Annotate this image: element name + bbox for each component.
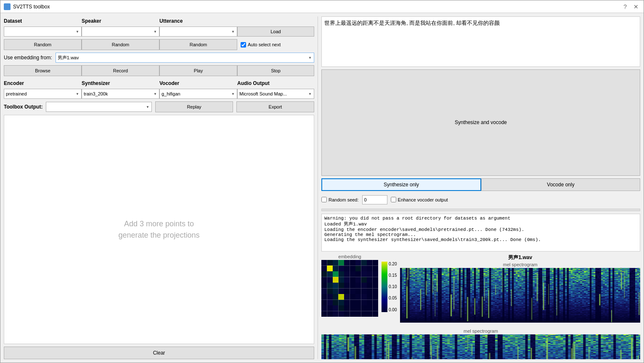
vocoder-label: Vocoder	[159, 80, 237, 86]
colorbar-labels: 0.20 0.15 0.10 0.05 0.00	[387, 262, 397, 312]
main-content: Dataset Speaker Utterance	[0, 13, 644, 363]
colorbar-label-2: 0.10	[389, 284, 397, 289]
embed-combo-wrapper: 男声1.wav	[56, 53, 314, 63]
app-icon	[4, 3, 11, 10]
speaker-filename: 男声1.wav	[400, 254, 640, 261]
embed-from-label: Use embedding from:	[4, 55, 52, 61]
seed-input[interactable]	[362, 195, 387, 204]
embedding-section: embedding	[321, 254, 378, 317]
replay-button[interactable]: Replay	[155, 101, 233, 112]
action-row: Browse Record Play Stop	[4, 65, 314, 76]
colorbar-gradient	[382, 262, 387, 312]
close-button[interactable]: ✕	[632, 3, 640, 10]
colorbar-label-3: 0.05	[389, 296, 397, 300]
audio-output-label: Audio Output	[237, 80, 314, 86]
load-button[interactable]: Load	[237, 26, 314, 37]
toolbox-output-row: Toolbox Output: Replay Export	[4, 101, 314, 112]
embedding-title: embedding	[338, 254, 361, 259]
enhance-checkbox[interactable]	[391, 197, 396, 202]
selectors-area: Dataset Speaker Utterance	[4, 16, 314, 37]
projection-text: Add 3 more points togenerate the project…	[118, 218, 199, 241]
dataset-select[interactable]	[4, 26, 82, 37]
random-seed-checkbox[interactable]	[321, 197, 327, 202]
text-input[interactable]: 世界上最遥远的距离不是天涯海角, 而是我站在你面前, 却看不见你的容颜	[321, 16, 640, 67]
random-seed-label: Random seed:	[329, 197, 359, 202]
encoder-label: Encoder	[4, 80, 82, 86]
synthesizer-label: Synthesizer	[82, 80, 159, 86]
dataset-label: Dataset	[4, 16, 82, 25]
model-selects-row: pretrained train3_200k g_hifigan Microso…	[4, 89, 314, 99]
load-group: X Load	[237, 16, 314, 37]
colorbar-label-4: 0.00	[389, 307, 397, 312]
dataset-group: Dataset	[4, 16, 82, 37]
speaker-group: Speaker	[82, 16, 159, 37]
toolbox-output-label: Toolbox Output:	[4, 104, 42, 110]
spectrogram-2-section: mel spectrogram	[321, 329, 640, 360]
utterance-group: Utterance	[159, 16, 237, 37]
model-labels-row: Encoder Synthesizer Vocoder Audio Output	[4, 80, 314, 86]
record-button[interactable]: Record	[82, 65, 159, 76]
log-area: Warning: you did not pass a root directo…	[321, 214, 640, 252]
main-window: SV2TTS toolbox ? ✕ Dataset Speaker	[0, 0, 644, 363]
embed-row: Use embedding from: 男声1.wav	[4, 53, 314, 63]
browse-button[interactable]: Browse	[4, 65, 82, 76]
mel-spectrogram-1	[400, 268, 640, 323]
colorbar-label-0: 0.20	[389, 262, 397, 266]
spectrogram-1-section: 男声1.wav mel spectrogram	[400, 254, 640, 323]
enhance-label: Enhance vocoder output	[398, 197, 448, 202]
auto-select-checkbox[interactable]	[241, 42, 246, 48]
right-panel: 世界上最遥远的距离不是天涯海角, 而是我站在你面前, 却看不见你的容颜 Synt…	[321, 16, 640, 359]
vocoder-select[interactable]: g_hifigan	[159, 89, 237, 99]
encoder-select[interactable]: pretrained	[4, 89, 82, 99]
enhance-area: Enhance vocoder output	[391, 197, 448, 202]
progress-bar	[321, 209, 640, 211]
vocode-only-button[interactable]: Vocode only	[481, 178, 640, 191]
clear-button[interactable]: Clear	[4, 347, 314, 359]
random-row: Random Random Random Auto select next	[4, 39, 314, 50]
stop-button[interactable]: Stop	[237, 65, 314, 76]
left-panel: Dataset Speaker Utterance	[4, 16, 314, 359]
synth-vocode-row: Synthesize only Vocode only	[321, 178, 640, 191]
toolbox-output-select[interactable]	[46, 102, 152, 112]
utterance-select[interactable]	[159, 26, 237, 37]
auto-select-label: Auto select next	[248, 42, 281, 47]
synthesizer-select[interactable]: train3_200k	[82, 89, 159, 99]
speaker-select[interactable]	[82, 26, 159, 37]
speaker-label: Speaker	[82, 16, 159, 25]
embedding-canvas	[321, 260, 378, 317]
embedding-row: embedding 0.20 0.15 0.10 0.05 0.00	[321, 254, 640, 323]
window-title: SV2TTS toolbox	[13, 4, 50, 10]
random-speaker-button[interactable]: Random	[82, 39, 159, 50]
mel-spec-title-1: mel spectrogram	[400, 262, 640, 267]
synthesize-vocode-button[interactable]: Synthesize and vocode	[321, 69, 640, 176]
projection-box: Add 3 more points togenerate the project…	[4, 115, 314, 344]
random-seed-area: Random seed:	[321, 197, 359, 202]
titlebar-left: SV2TTS toolbox	[4, 3, 50, 10]
titlebar: SV2TTS toolbox ? ✕	[0, 0, 644, 13]
mel-spectrogram-2	[321, 334, 640, 360]
help-button[interactable]: ?	[622, 3, 628, 10]
utterance-label: Utterance	[159, 16, 237, 25]
colorbar-label-1: 0.15	[389, 273, 397, 278]
auto-select-area: Auto select next	[237, 39, 314, 50]
audio-output-select[interactable]: Microsoft Sound Map...	[237, 89, 314, 99]
play-button[interactable]: Play	[159, 65, 237, 76]
random-dataset-button[interactable]: Random	[4, 39, 82, 50]
mel-spec-title-2: mel spectrogram	[321, 329, 640, 334]
random-utterance-button[interactable]: Random	[159, 39, 237, 50]
vertical-divider	[318, 16, 318, 359]
embed-input[interactable]: 男声1.wav	[56, 53, 314, 63]
visualization-area: embedding 0.20 0.15 0.10 0.05 0.00	[321, 254, 640, 360]
seed-row: Random seed: Enhance vocoder output	[321, 193, 640, 206]
export-button[interactable]: Export	[236, 101, 314, 112]
synthesize-only-button[interactable]: Synthesize only	[321, 178, 481, 191]
colorbar-area: 0.20 0.15 0.10 0.05 0.00	[382, 254, 397, 312]
titlebar-controls: ? ✕	[622, 3, 640, 10]
